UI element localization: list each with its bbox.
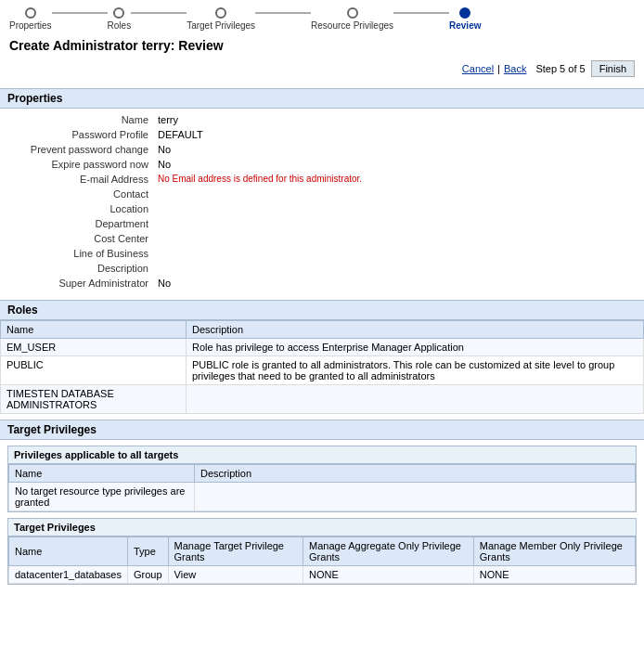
step-resource-privileges[interactable]: Resource Privileges <box>311 7 393 31</box>
table-row: datacenter1_databasesGroupViewNONENONE <box>9 566 636 584</box>
step-properties[interactable]: Properties <box>9 7 52 31</box>
all-targets-name: No target resource type privileges are g… <box>9 483 195 511</box>
roles-section: Roles NameDescriptionEM_USERRole has pri… <box>0 300 644 414</box>
step-indicator: Step 5 of 5 <box>530 63 590 74</box>
step-label-review: Review <box>449 20 481 31</box>
target-privileges-header: Target Privileges <box>0 420 644 440</box>
page-title: Create Administrator terry: Review <box>0 34 644 58</box>
step-line-2 <box>131 12 187 14</box>
role-description <box>187 385 644 414</box>
property-row: E-mail AddressNo Email address is define… <box>9 172 635 187</box>
target-priv-col-header: Type <box>127 537 168 566</box>
property-row: Expire password nowNo <box>9 157 635 172</box>
step-target-privileges[interactable]: Target Privileges <box>187 7 255 31</box>
property-value: No <box>158 144 171 155</box>
step-roles[interactable]: Roles <box>108 7 132 31</box>
step-label-properties: Properties <box>9 20 52 31</box>
property-label: Department <box>9 218 158 229</box>
target-priv-table: NameTypeManage Target Privilege GrantsMa… <box>8 536 636 584</box>
target-priv-cell: View <box>168 566 303 584</box>
property-row: Prevent password changeNo <box>9 142 635 157</box>
property-label: Password Profile <box>9 129 158 140</box>
property-label: Prevent password change <box>9 144 158 155</box>
property-value: DEFAULT <box>158 129 203 140</box>
property-label: Name <box>9 114 158 125</box>
all-targets-table: NameDescriptionNo target resource type p… <box>8 464 636 511</box>
step-circle-resource <box>347 7 358 19</box>
property-row: Location <box>9 201 635 216</box>
step-label-roles: Roles <box>108 20 132 31</box>
property-row: Cost Center <box>9 231 635 246</box>
property-value: No Email address is defined for this adm… <box>158 174 362 185</box>
table-row: PUBLICPUBLIC role is granted to all admi… <box>1 356 644 385</box>
role-name: PUBLIC <box>1 356 187 385</box>
property-value: terry <box>158 114 178 125</box>
step-circle-properties <box>25 7 36 19</box>
target-priv-cell: NONE <box>303 566 474 584</box>
target-priv-cell: Group <box>127 566 168 584</box>
property-row: Line of Business <box>9 246 635 261</box>
target-priv-col-header: Name <box>9 537 128 566</box>
target-priv-cell: datacenter1_databases <box>9 566 128 584</box>
all-targets-col-header: Name <box>9 465 195 483</box>
property-label: Cost Center <box>9 233 158 244</box>
role-name: TIMESTEN DATABASE ADMINISTRATORS <box>1 385 187 414</box>
role-description: Role has privilege to access Enterprise … <box>187 339 644 356</box>
step-review[interactable]: Review <box>449 7 481 31</box>
all-targets-header: Privileges applicable to all targets <box>8 446 636 464</box>
target-privileges-section: Target Privileges Privileges applicable … <box>0 420 644 585</box>
property-label: Line of Business <box>9 248 158 259</box>
properties-header: Properties <box>0 88 644 109</box>
back-button[interactable]: Back <box>500 63 530 74</box>
all-targets-col-header: Description <box>195 465 636 483</box>
step-label-target: Target Privileges <box>187 20 255 31</box>
role-description: PUBLIC role is granted to all administra… <box>187 356 644 385</box>
target-priv-col-header: Manage Aggregate Only Privilege Grants <box>303 537 474 566</box>
properties-section: Properties NameterryPassword ProfileDEFA… <box>0 88 644 294</box>
all-targets-subsection: Privileges applicable to all targets Nam… <box>7 446 637 512</box>
all-targets-description <box>195 483 636 511</box>
property-row: Password ProfileDEFAULT <box>9 127 635 142</box>
step-label-resource: Resource Privileges <box>311 20 393 31</box>
target-priv-cell: NONE <box>473 566 635 584</box>
roles-col-header: Description <box>187 321 644 339</box>
property-row: Department <box>9 216 635 231</box>
properties-table: NameterryPassword ProfileDEFAULTPrevent … <box>0 109 644 294</box>
step-circle-review <box>459 7 470 19</box>
target-privileges-subsection: Target Privileges NameTypeManage Target … <box>7 518 637 585</box>
property-label: Super Administrator <box>9 278 158 289</box>
target-priv-col-header: Manage Member Only Privilege Grants <box>473 537 635 566</box>
toolbar: Cancel | Back Step 5 of 5 Finish <box>0 58 644 83</box>
target-priv-sub-header: Target Privileges <box>8 519 636 536</box>
step-circle-roles <box>113 7 124 19</box>
property-row: Contact <box>9 187 635 201</box>
property-value: No <box>158 278 171 289</box>
target-priv-col-header: Manage Target Privilege Grants <box>168 537 303 566</box>
finish-button[interactable]: Finish <box>591 60 635 77</box>
property-label: Description <box>9 263 158 274</box>
roles-col-header: Name <box>1 321 187 339</box>
table-row: TIMESTEN DATABASE ADMINISTRATORS <box>1 385 644 414</box>
property-row: Description <box>9 261 635 276</box>
table-row: No target resource type privileges are g… <box>9 483 636 511</box>
table-row: EM_USERRole has privilege to access Ente… <box>1 339 644 356</box>
cancel-button[interactable]: Cancel <box>458 63 497 74</box>
step-line-4 <box>393 12 449 14</box>
property-label: Location <box>9 203 158 214</box>
roles-header: Roles <box>0 300 644 320</box>
property-label: Contact <box>9 188 158 200</box>
property-label: Expire password now <box>9 159 158 170</box>
role-name: EM_USER <box>1 339 187 356</box>
property-label: E-mail Address <box>9 174 158 185</box>
property-row: Nameterry <box>9 112 635 127</box>
step-circle-target <box>215 7 226 19</box>
roles-table: NameDescriptionEM_USERRole has privilege… <box>0 320 644 414</box>
property-row: Super AdministratorNo <box>9 276 635 291</box>
step-line-3 <box>255 12 311 14</box>
step-line-1 <box>52 12 108 14</box>
property-value: No <box>158 159 171 170</box>
wizard-steps: Properties Roles Target Privileges Resou… <box>0 0 644 34</box>
